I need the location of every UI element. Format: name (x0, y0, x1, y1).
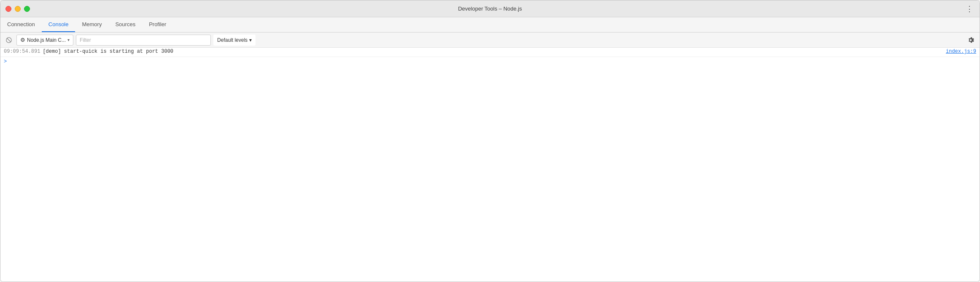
context-selector[interactable]: ⚙ Node.js Main C... ▾ (16, 35, 73, 46)
console-prompt-line: > (0, 57, 980, 66)
settings-button[interactable] (965, 35, 976, 46)
traffic-lights (5, 6, 30, 12)
title-bar-right: ⋮ (966, 5, 974, 13)
console-output: 09:09:54.891 [demo] start-quick is start… (0, 48, 980, 282)
filter-input[interactable] (76, 35, 211, 46)
context-label: Node.js Main C... (27, 37, 66, 43)
log-source-link[interactable]: index.js:9 (937, 49, 976, 54)
console-toolbar: ⚙ Node.js Main C... ▾ Default levels ▾ (0, 33, 980, 48)
log-line: 09:09:54.891 [demo] start-quick is start… (0, 48, 980, 57)
tab-connection[interactable]: Connection (0, 17, 42, 32)
levels-selector[interactable]: Default levels ▾ (213, 35, 256, 46)
minimize-button[interactable] (15, 6, 21, 12)
window-title: Developer Tools – Node.js (458, 5, 522, 12)
levels-chevron-icon: ▾ (249, 37, 252, 43)
tab-profiler[interactable]: Profiler (142, 17, 173, 32)
context-gear-icon: ⚙ (20, 37, 25, 43)
maximize-button[interactable] (24, 6, 30, 12)
log-message: [demo] start-quick is starting at port 3… (43, 49, 937, 54)
svg-line-1 (7, 38, 11, 42)
tab-console[interactable]: Console (42, 17, 75, 32)
tab-bar: Connection Console Memory Sources Profil… (0, 17, 980, 33)
close-button[interactable] (5, 6, 11, 12)
log-timestamp: 09:09:54.891 (4, 49, 40, 54)
no-entry-icon (6, 37, 12, 43)
prompt-chevron-icon: > (4, 59, 7, 65)
devtools-window: Developer Tools – Node.js ⋮ Connection C… (0, 0, 980, 282)
tab-memory[interactable]: Memory (75, 17, 108, 32)
settings-gear-icon (967, 36, 975, 44)
levels-label: Default levels (217, 37, 248, 43)
context-chevron-icon: ▾ (67, 38, 70, 42)
more-options-button[interactable]: ⋮ (966, 5, 974, 13)
clear-console-button[interactable] (4, 35, 14, 45)
tab-sources[interactable]: Sources (108, 17, 142, 32)
title-bar: Developer Tools – Node.js ⋮ (0, 0, 980, 17)
